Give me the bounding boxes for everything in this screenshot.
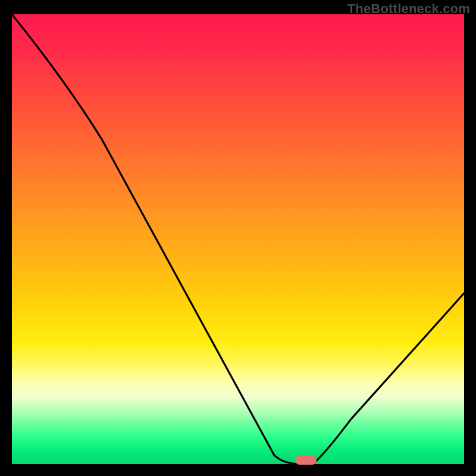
optimal-marker xyxy=(295,456,317,465)
bottleneck-curve xyxy=(12,14,464,464)
watermark-text: TheBottleneck.com xyxy=(347,1,470,17)
chart-frame: TheBottleneck.com xyxy=(0,0,476,476)
curve-path xyxy=(12,14,464,464)
plot-area xyxy=(12,14,464,464)
